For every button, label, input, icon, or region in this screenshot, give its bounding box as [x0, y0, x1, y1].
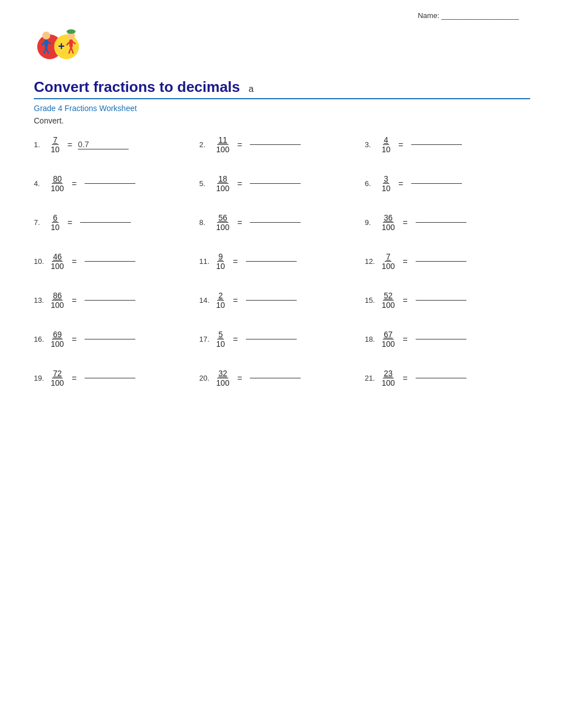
numerator: 23	[383, 369, 394, 378]
answer-line[interactable]	[416, 261, 466, 262]
answer-line[interactable]	[246, 339, 297, 339]
problem-number: 12.	[365, 257, 377, 266]
denominator: 100	[381, 301, 396, 310]
numerator: 56	[217, 213, 228, 223]
problem-number: 13.	[34, 296, 46, 305]
numerator: 72	[52, 369, 63, 378]
equals-sign: =	[403, 257, 408, 266]
problem-cell: 7.610=	[34, 213, 199, 232]
worksheet-title: Convert fractions to decimals a	[34, 78, 254, 95]
denominator: 100	[215, 378, 230, 387]
answer-line[interactable]	[85, 261, 135, 262]
problem-cell: 10.46100=	[34, 252, 199, 271]
fraction: 310	[381, 174, 392, 193]
fraction: 36100	[381, 213, 396, 232]
answer-line[interactable]	[411, 183, 462, 184]
problem-number: 17.	[199, 335, 211, 343]
problem-number: 19.	[34, 374, 46, 382]
numerator: 69	[52, 330, 63, 339]
svg-text:+: +	[58, 40, 65, 52]
problem-number: 14.	[199, 296, 211, 305]
problem-number: 2.	[199, 140, 211, 149]
answer-line[interactable]	[416, 339, 466, 339]
denominator: 10	[381, 184, 392, 193]
answer-line[interactable]	[416, 222, 466, 223]
fraction: 72100	[50, 369, 65, 387]
answer-line[interactable]	[250, 378, 301, 378]
denominator: 100	[381, 378, 396, 387]
answer-line[interactable]	[416, 300, 466, 301]
answer-line[interactable]	[85, 339, 135, 339]
problem-number: 3.	[365, 140, 377, 149]
problem-cell: 4.80100=	[34, 174, 199, 193]
numerator: 6	[52, 213, 59, 223]
answer-line[interactable]	[250, 144, 301, 145]
problem-number: 11.	[199, 257, 211, 266]
svg-rect-16	[69, 30, 73, 32]
equals-sign: =	[72, 257, 77, 266]
fraction: 80100	[50, 174, 65, 193]
problem-number: 8.	[199, 218, 211, 227]
answer-line[interactable]	[80, 222, 131, 223]
fraction: 86100	[50, 291, 65, 310]
problem-cell: 12.7100=	[365, 252, 530, 271]
denominator: 10	[215, 262, 226, 271]
fraction: 910	[215, 252, 226, 271]
answer-line[interactable]	[246, 261, 297, 262]
problem-number: 1.	[34, 140, 46, 149]
equals-sign: =	[398, 179, 403, 188]
equals-sign: =	[237, 179, 243, 188]
problem-cell: 9.36100=	[365, 213, 530, 232]
numerator: 2	[217, 291, 224, 301]
instruction: Convert.	[34, 116, 530, 125]
problem-row: 7.610=8.56100=9.36100=	[34, 213, 530, 232]
numerator: 9	[217, 252, 224, 262]
problem-number: 7.	[34, 218, 46, 227]
numerator: 5	[217, 330, 224, 339]
equals-sign: =	[398, 140, 403, 149]
problem-cell: 21.23100=	[365, 369, 530, 387]
equals-sign: =	[233, 257, 238, 266]
denominator: 10	[381, 145, 392, 154]
problem-cell: 16.69100=	[34, 330, 199, 348]
problem-number: 6.	[365, 179, 377, 188]
answer-line[interactable]	[250, 183, 301, 184]
answer-line[interactable]	[250, 222, 301, 223]
fraction: 18100	[215, 174, 230, 193]
title-section: Convert fractions to decimals a	[34, 78, 530, 99]
denominator: 10	[215, 301, 226, 310]
answer-line[interactable]	[411, 144, 462, 145]
problem-cell: 2.11100=	[199, 135, 364, 154]
answer-line[interactable]	[85, 300, 135, 301]
equals-sign: =	[403, 373, 408, 383]
answer-line[interactable]	[246, 300, 297, 301]
logo: +	[34, 25, 530, 67]
fraction: 52100	[381, 291, 396, 310]
denominator: 100	[381, 339, 396, 348]
denominator: 100	[50, 339, 65, 348]
problem-number: 15.	[365, 296, 377, 305]
fraction: 710	[50, 135, 61, 154]
equals-sign: =	[72, 295, 77, 305]
name-field: Name: ___________________	[34, 11, 530, 20]
problem-row: 19.72100=20.32100=21.23100=	[34, 369, 530, 387]
equals-sign: =	[72, 334, 77, 344]
answer-line[interactable]	[85, 183, 135, 184]
problem-cell: 18.67100=	[365, 330, 530, 348]
problem-number: 5.	[199, 179, 211, 188]
problem-cell: 19.72100=	[34, 369, 199, 387]
numerator: 46	[52, 252, 63, 262]
fraction: 67100	[381, 330, 396, 348]
problem-cell: 11.910=	[199, 252, 364, 271]
numerator: 80	[52, 174, 63, 184]
subtitle: Grade 4 Fractions Worksheet	[34, 104, 530, 113]
fraction: 210	[215, 291, 226, 310]
answer-line[interactable]	[85, 378, 135, 378]
answer-line[interactable]	[416, 378, 466, 378]
problem-number: 4.	[34, 179, 46, 188]
problem-cell: 3.410=	[365, 135, 530, 154]
fraction: 11100	[215, 135, 230, 154]
equals-sign: =	[403, 334, 408, 344]
problem-number: 18.	[365, 335, 377, 343]
denominator: 100	[381, 223, 396, 232]
